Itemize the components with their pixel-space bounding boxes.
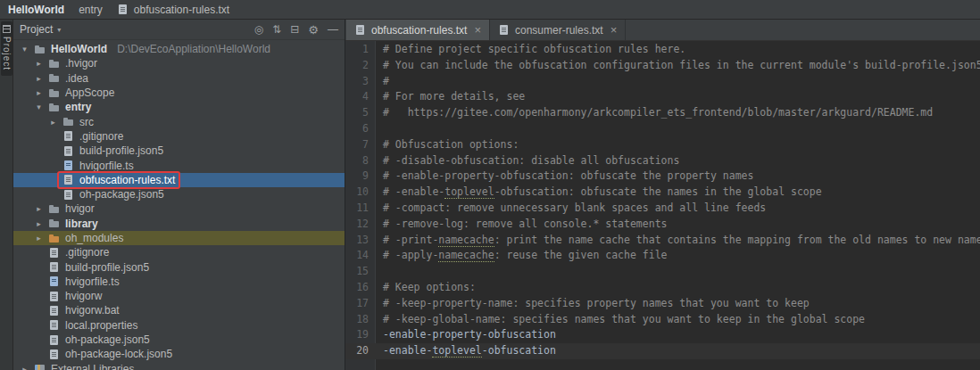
editor-line-14[interactable]: 14# -apply-namecache: reuse the given ca… bbox=[345, 248, 980, 264]
tool-window-stripe-label: Project bbox=[2, 37, 12, 70]
line-number: 1 bbox=[345, 42, 376, 58]
line-text: # -enable-property-obfuscation: obfuscat… bbox=[376, 169, 980, 185]
breadcrumb-module[interactable]: entry bbox=[79, 4, 103, 16]
editor-line-17[interactable]: 17# -keep-property-name: specifies prope… bbox=[345, 296, 980, 312]
tree-item-build-profile-json5[interactable]: build-profile.json5 bbox=[13, 144, 345, 158]
tree-item-label: hvigor bbox=[65, 202, 95, 215]
tree-toggle-icon[interactable]: ▸ bbox=[47, 118, 59, 127]
tree-item-entry[interactable]: ▾entry bbox=[13, 100, 345, 114]
tree-toggle-icon[interactable]: ▸ bbox=[33, 219, 45, 228]
folder-module-icon bbox=[48, 102, 61, 113]
tree-item-helloworld[interactable]: ▾HelloWorldD:\DevEcoAppliation\HelloWorl… bbox=[13, 42, 345, 56]
file-icon bbox=[62, 145, 75, 157]
tree-item-hvigor[interactable]: ▸.hvigor bbox=[13, 56, 345, 70]
breadcrumb-file[interactable]: obfuscation-rules.txt bbox=[117, 4, 229, 16]
tree-item-idea[interactable]: ▸.idea bbox=[13, 71, 345, 86]
tree-item-oh-package-lock-json5[interactable]: oh-package-lock.json5 bbox=[13, 347, 345, 361]
tree-item-oh-package-json5[interactable]: oh-package.json5 bbox=[13, 187, 345, 201]
tree-item-oh-modules[interactable]: ▸oh_modules bbox=[13, 231, 345, 245]
collapse-all-icon[interactable]: ⊟ bbox=[290, 24, 299, 35]
editor-line-7[interactable]: 7# Obfuscation options: bbox=[345, 137, 980, 153]
file-icon bbox=[48, 261, 61, 273]
lib-icon bbox=[34, 363, 46, 370]
editor-line-15[interactable]: 15 bbox=[345, 264, 980, 280]
tree-item-label: AppScope bbox=[65, 86, 114, 99]
tree-item-label: oh_modules bbox=[65, 232, 123, 244]
project-view-selector[interactable]: Project bbox=[20, 23, 53, 36]
tab-label: obfuscation-rules.txt bbox=[371, 24, 467, 37]
tree-item-label: .gitignore bbox=[65, 246, 109, 259]
tree-item-content: hvigorfile.ts bbox=[59, 159, 137, 173]
line-text bbox=[376, 121, 980, 137]
tree-toggle-icon[interactable]: ▸ bbox=[33, 88, 45, 97]
editor-line-8[interactable]: 8# -disable-obfuscation: disable all obf… bbox=[345, 153, 980, 169]
settings-gear-icon[interactable]: ⚙ bbox=[308, 24, 319, 36]
tree-item-local-properties[interactable]: local.properties bbox=[13, 318, 345, 333]
tree-item-hvigorfile-ts[interactable]: hvigorfile.ts bbox=[13, 275, 345, 289]
tree-item-hvigorfile-ts[interactable]: hvigorfile.ts bbox=[13, 158, 345, 172]
tree-item-build-profile-json5[interactable]: build-profile.json5 bbox=[13, 259, 345, 274]
tree-item-label: External Libraries bbox=[51, 363, 134, 370]
close-tab-icon[interactable]: × bbox=[610, 24, 618, 36]
tree-item-appscope[interactable]: ▸AppScope bbox=[13, 86, 345, 100]
file-icon bbox=[48, 349, 61, 360]
editor-line-2[interactable]: 2# You can include the obfuscation confi… bbox=[345, 58, 980, 74]
tree-item-obfuscation-rules-txt[interactable]: obfuscation-rules.txt bbox=[13, 173, 345, 187]
editor-line-11[interactable]: 11# -compact: remove unnecessary blank s… bbox=[345, 201, 980, 217]
hide-panel-icon[interactable]: — bbox=[328, 24, 338, 35]
close-tab-icon[interactable]: × bbox=[474, 24, 481, 36]
editor-line-12[interactable]: 12# -remove-log: remove all console.* st… bbox=[345, 217, 980, 233]
tree-item-content: library bbox=[45, 217, 102, 231]
expand-collapse-icon[interactable]: ⇅ bbox=[272, 24, 281, 35]
tree-item-content: oh-package.json5 bbox=[59, 187, 168, 201]
tree-item-gitignore[interactable]: .gitignore bbox=[13, 245, 345, 259]
line-number: 2 bbox=[345, 58, 376, 74]
tree-toggle-icon[interactable]: ▸ bbox=[33, 74, 45, 83]
tree-item-hvigor[interactable]: ▸hvigor bbox=[13, 201, 345, 216]
tree-item-content: local.properties bbox=[45, 318, 141, 333]
tree-item-content: hvigor bbox=[45, 201, 98, 216]
editor-line-13[interactable]: 13# -print-namecache: print the name cac… bbox=[345, 233, 980, 249]
folder-icon bbox=[48, 72, 61, 84]
tree-toggle-icon[interactable]: ▾ bbox=[33, 103, 45, 111]
tree-item-hvigorw[interactable]: hvigorw bbox=[13, 289, 345, 303]
line-text: # bbox=[376, 74, 980, 90]
tree-toggle-icon[interactable]: ▸ bbox=[33, 204, 45, 213]
line-text: # Obfuscation options: bbox=[376, 137, 980, 153]
editor-line-20[interactable]: 20-enable-toplevel-obfuscation bbox=[345, 343, 980, 359]
breadcrumb-project[interactable]: HelloWorld bbox=[8, 4, 64, 16]
project-tool-window-button[interactable]: Project bbox=[1, 21, 12, 76]
editor-tab-consumer-rules-txt[interactable]: consumer-rules.txt× bbox=[490, 20, 626, 40]
editor-line-6[interactable]: 6 bbox=[345, 121, 980, 137]
tree-item-label: .idea bbox=[65, 72, 88, 85]
editor-line-19[interactable]: 19-enable-property-obfuscation bbox=[345, 327, 980, 343]
editor-line-4[interactable]: 4# For more details, see bbox=[345, 89, 980, 105]
tree-item-hvigorw-bat[interactable]: hvigorw.bat bbox=[13, 303, 345, 317]
tree-item-oh-package-json5[interactable]: oh-package.json5 bbox=[13, 333, 345, 347]
editor-line-3[interactable]: 3# bbox=[345, 74, 980, 90]
tree-toggle-icon[interactable]: ▸ bbox=[33, 59, 45, 68]
editor-line-5[interactable]: 5# https://gitee.com/openharmony/arkcomp… bbox=[345, 105, 980, 121]
tree-item-gitignore[interactable]: .gitignore bbox=[13, 129, 345, 144]
editor[interactable]: 1# Define project specific obfuscation r… bbox=[345, 41, 980, 370]
editor-line-9[interactable]: 9# -enable-property-obfuscation: obfusca… bbox=[345, 169, 980, 185]
tree-toggle-icon[interactable]: ▸ bbox=[19, 365, 30, 370]
tree-toggle-icon[interactable]: ▸ bbox=[33, 234, 45, 243]
editor-line-10[interactable]: 10# -enable-toplevel-obfuscation: obfusc… bbox=[345, 185, 980, 201]
tree-item-content: .gitignore bbox=[45, 245, 112, 259]
tree-item-external-libraries[interactable]: ▸External Libraries bbox=[13, 362, 345, 370]
tree-toggle-icon[interactable]: ▾ bbox=[19, 45, 30, 53]
editor-line-16[interactable]: 16# Keep options: bbox=[345, 280, 980, 296]
tree-item-library[interactable]: ▸library bbox=[13, 217, 345, 231]
chevron-down-icon[interactable]: ▾ bbox=[57, 26, 61, 34]
editor-line-1[interactable]: 1# Define project specific obfuscation r… bbox=[345, 42, 980, 58]
editor-line-18[interactable]: 18# -keep-global-name: specifies names t… bbox=[345, 312, 980, 328]
tree-item-src[interactable]: ▸src bbox=[13, 114, 345, 128]
tree-item-label: .hvigor bbox=[65, 57, 97, 70]
tree-item-content: .hvigor bbox=[45, 56, 101, 70]
editor-tab-obfuscation-rules-txt[interactable]: obfuscation-rules.txt× bbox=[346, 20, 490, 40]
file-icon bbox=[48, 319, 61, 331]
locate-file-icon[interactable]: ◎ bbox=[254, 24, 263, 35]
tree-item-content: AppScope bbox=[45, 86, 118, 100]
project-panel: Project ▾ ◎⇅⊟⚙— ▾HelloWorldD:\DevEcoAppl… bbox=[13, 20, 345, 370]
